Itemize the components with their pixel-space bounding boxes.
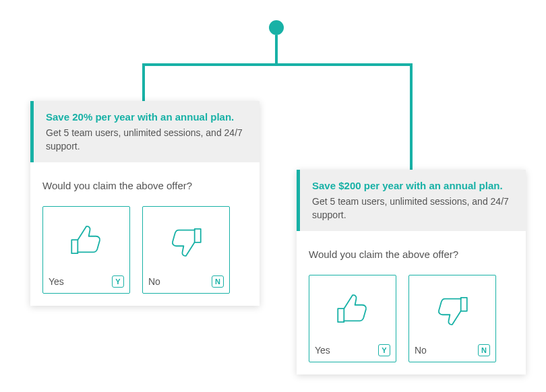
tree-root-node (269, 20, 284, 35)
offer-body: Would you claim the above offer? Yes Y (30, 162, 260, 306)
option-no-label: No (415, 345, 427, 356)
option-footer: No N (143, 271, 229, 293)
offer-card-right: Save $200 per year with an annual plan. … (297, 170, 526, 374)
option-no-key: N (212, 275, 224, 288)
offer-title: Save 20% per year with an annual plan. (46, 110, 247, 124)
option-yes[interactable]: Yes Y (309, 275, 396, 362)
option-yes-label: Yes (315, 345, 330, 356)
offer-header: Save 20% per year with an annual plan. G… (30, 101, 260, 162)
option-yes-key: Y (378, 344, 390, 356)
offer-title: Save $200 per year with an annual plan. (312, 179, 514, 193)
option-no[interactable]: No N (408, 275, 496, 362)
diagram-canvas: Save 20% per year with an annual plan. G… (0, 0, 546, 392)
tree-horizontal-line (142, 63, 413, 66)
option-footer: No N (409, 340, 495, 362)
svg-rect-1 (195, 229, 201, 242)
offer-header: Save $200 per year with an annual plan. … (297, 170, 526, 231)
svg-rect-2 (338, 309, 344, 323)
survey-question: Would you claim the above offer? (309, 249, 514, 260)
offer-subtitle: Get 5 team users, unlimited sessions, an… (312, 195, 514, 222)
option-yes-key: Y (112, 275, 124, 288)
option-no-label: No (148, 276, 160, 287)
tree-right-drop-line (410, 63, 413, 171)
thumbs-up-icon (333, 275, 372, 340)
survey-options: Yes Y No N (42, 206, 247, 294)
option-no-key: N (478, 344, 490, 356)
thumbs-down-icon (433, 275, 472, 340)
option-footer: Yes Y (309, 340, 396, 362)
svg-rect-3 (461, 298, 467, 311)
option-footer: Yes Y (43, 271, 129, 293)
offer-body: Would you claim the above offer? Yes Y (297, 231, 526, 374)
option-no[interactable]: No N (142, 206, 230, 294)
survey-options: Yes Y No N (309, 275, 514, 362)
thumbs-down-icon (166, 207, 206, 271)
offer-subtitle: Get 5 team users, unlimited sessions, an… (46, 127, 247, 153)
offer-card-left: Save 20% per year with an annual plan. G… (30, 101, 260, 306)
option-yes[interactable]: Yes Y (42, 206, 130, 294)
tree-left-drop-line (142, 63, 145, 102)
tree-stem-line (275, 35, 278, 63)
thumbs-up-icon (67, 207, 106, 271)
survey-question: Would you claim the above offer? (42, 180, 247, 191)
option-yes-label: Yes (49, 276, 64, 287)
svg-rect-0 (71, 240, 78, 254)
